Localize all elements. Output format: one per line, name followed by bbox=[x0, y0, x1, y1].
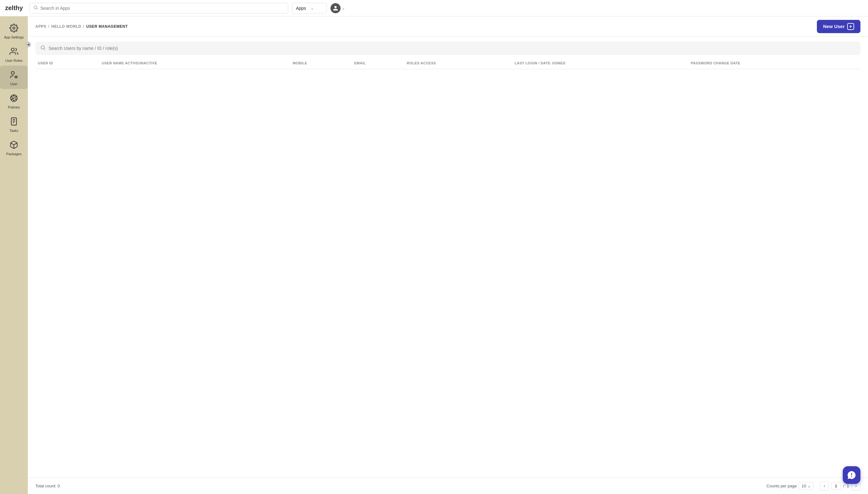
total-count-value: 0 bbox=[57, 483, 60, 488]
svg-point-4 bbox=[11, 72, 14, 74]
top-nav: zelthy Apps ⌄ ⌄ bbox=[0, 0, 868, 16]
sidebar-collapse-btn[interactable]: ◀ bbox=[25, 42, 31, 47]
svg-point-2 bbox=[13, 27, 15, 29]
svg-point-9 bbox=[16, 97, 16, 97]
global-search-input[interactable] bbox=[40, 6, 284, 11]
svg-point-7 bbox=[14, 96, 14, 96]
sidebar-item-label: App Settings bbox=[4, 35, 24, 39]
gear-icon bbox=[8, 22, 20, 34]
current-page: 1 bbox=[835, 483, 837, 488]
col-roles: ROLES ACCESS bbox=[404, 57, 512, 69]
current-page-box[interactable]: 1 bbox=[831, 482, 841, 490]
tasks-icon bbox=[8, 115, 20, 128]
svg-point-5 bbox=[16, 76, 17, 78]
user-gear-icon bbox=[8, 69, 20, 81]
users-search-input[interactable] bbox=[49, 46, 855, 51]
breadcrumb-sep-1: / bbox=[48, 24, 50, 29]
sidebar-item-policies[interactable]: Policies bbox=[0, 89, 28, 112]
search-area bbox=[28, 37, 868, 57]
breadcrumb-sep-2: / bbox=[83, 24, 84, 29]
sidebar-item-packages[interactable]: Packages bbox=[0, 136, 28, 159]
page-header: APPS / HELLO WORLD / USER MANAGEMENT New… bbox=[28, 16, 868, 37]
col-email: EMAIL bbox=[352, 57, 404, 69]
counts-chevron-icon: ⌄ bbox=[807, 483, 811, 488]
breadcrumb-hello-world[interactable]: HELLO WORLD bbox=[52, 24, 81, 29]
chat-button[interactable] bbox=[843, 466, 861, 484]
sidebar-item-label: Policies bbox=[8, 106, 20, 109]
breadcrumb: APPS / HELLO WORLD / USER MANAGEMENT bbox=[35, 24, 128, 29]
breadcrumb-apps[interactable]: APPS bbox=[35, 24, 47, 29]
table-footer: Total count: 0 Counts per page 10 ⌄ ‹ 1 … bbox=[28, 477, 868, 494]
counts-per-page-label: Counts per page bbox=[767, 483, 797, 488]
global-search-bar[interactable] bbox=[29, 3, 288, 14]
page-separator: / bbox=[843, 483, 844, 488]
total-pages: 1 bbox=[847, 483, 849, 488]
svg-point-10 bbox=[12, 99, 12, 99]
svg-rect-13 bbox=[11, 118, 16, 125]
user-chevron-icon: ⌄ bbox=[342, 6, 345, 11]
svg-line-16 bbox=[44, 49, 45, 50]
table-header-row: USER ID USER NAME ACTIVE/INACTIVE MOBILE… bbox=[35, 57, 861, 69]
sidebar-item-app-settings[interactable]: App Settings bbox=[0, 19, 28, 42]
col-last-login: LAST LOGIN / DATE JOINED bbox=[512, 57, 688, 69]
sidebar-item-tasks[interactable]: Tasks bbox=[0, 112, 28, 136]
main-content: APPS / HELLO WORLD / USER MANAGEMENT New… bbox=[28, 16, 868, 494]
breadcrumb-current: USER MANAGEMENT bbox=[86, 24, 128, 29]
users-table: USER ID USER NAME ACTIVE/INACTIVE MOBILE… bbox=[35, 57, 861, 69]
user-roles-icon bbox=[8, 45, 20, 57]
sidebar-item-user-roles[interactable]: User Roles bbox=[0, 42, 28, 65]
users-search-bar[interactable] bbox=[35, 42, 861, 55]
total-count-label: Total count: bbox=[35, 483, 56, 488]
col-mobile: MOBILE bbox=[290, 57, 352, 69]
packages-icon bbox=[8, 139, 20, 151]
apps-dropdown[interactable]: Apps ⌄ bbox=[292, 3, 327, 14]
plus-icon: + bbox=[847, 23, 854, 30]
users-search-icon bbox=[40, 45, 45, 52]
svg-line-1 bbox=[36, 8, 37, 10]
sidebar: ◀ App Settings User Roles bbox=[0, 16, 28, 494]
col-password-change: PASSWORD CHANGE DATE bbox=[688, 57, 861, 69]
sidebar-item-label: Packages bbox=[6, 152, 21, 156]
logo: zelthy bbox=[5, 4, 23, 12]
svg-point-11 bbox=[16, 99, 16, 99]
svg-point-3 bbox=[11, 48, 14, 51]
user-menu[interactable]: ⌄ bbox=[331, 3, 345, 13]
col-user-id: USER ID bbox=[35, 57, 99, 69]
sidebar-item-user[interactable]: User bbox=[0, 65, 28, 89]
sidebar-item-label: Tasks bbox=[10, 129, 18, 132]
col-username: USER NAME ACTIVE/INACTIVE bbox=[99, 57, 290, 69]
apps-dropdown-label: Apps bbox=[296, 6, 308, 11]
counts-per-page-select[interactable]: 10 ⌄ bbox=[798, 482, 813, 490]
search-icon bbox=[34, 5, 38, 11]
policies-icon bbox=[8, 92, 20, 104]
counts-per-page: Counts per page 10 ⌄ bbox=[767, 482, 814, 490]
table-area: USER ID USER NAME ACTIVE/INACTIVE MOBILE… bbox=[28, 57, 868, 477]
main-layout: ◀ App Settings User Roles bbox=[0, 16, 868, 494]
sidebar-item-label: User bbox=[10, 82, 17, 86]
new-user-button[interactable]: New User + bbox=[817, 20, 861, 33]
total-count: Total count: 0 bbox=[35, 483, 60, 488]
svg-point-12 bbox=[14, 100, 14, 101]
svg-point-8 bbox=[12, 97, 12, 97]
prev-page-button[interactable]: ‹ bbox=[820, 481, 829, 490]
counts-per-page-value: 10 bbox=[801, 483, 806, 488]
sidebar-item-label: User Roles bbox=[5, 59, 22, 62]
new-user-label: New User bbox=[823, 24, 845, 29]
chevron-down-icon: ⌄ bbox=[311, 6, 322, 11]
avatar bbox=[331, 3, 340, 13]
